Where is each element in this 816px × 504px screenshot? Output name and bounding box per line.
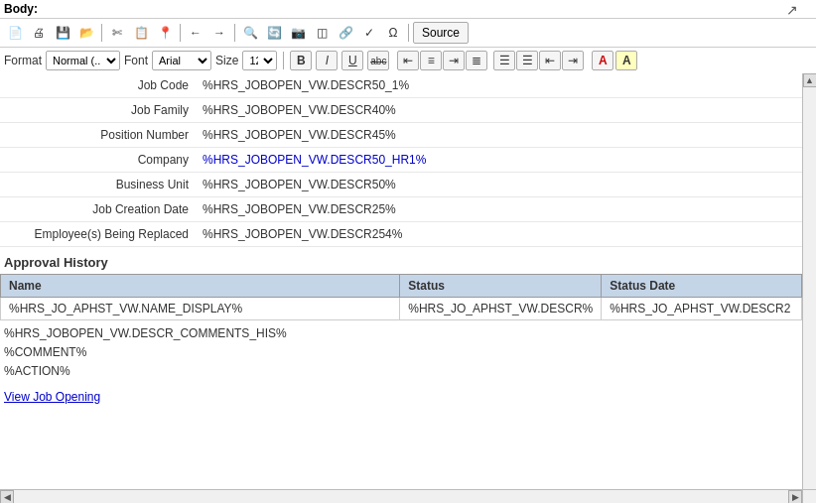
highlight-btn[interactable]: A (615, 51, 637, 70)
sep-fmt (283, 52, 284, 69)
print-btn[interactable]: 🖨 (28, 22, 50, 44)
field-table: Job Code%HRS_JOBOPEN_VW.DESCR50_1%Job Fa… (0, 73, 802, 247)
undo-btn[interactable]: ← (185, 22, 206, 44)
align-group: ⇤ ≡ ⇥ ≣ (397, 51, 487, 70)
scroll-right[interactable]: ▶ (788, 490, 802, 504)
field-label-3: Company (0, 148, 199, 173)
table-btn[interactable]: ◫ (311, 22, 333, 44)
view-job-opening-link[interactable]: View Job Opening (0, 386, 802, 408)
sep3 (234, 24, 235, 42)
field-value-1: %HRS_JOBOPEN_VW.DESCR40% (199, 98, 802, 123)
size-select[interactable]: 12 (242, 51, 277, 70)
list-ul-btn[interactable]: ☰ (493, 51, 515, 70)
field-value-6: %HRS_JOBOPEN_VW.DESCR254% (199, 222, 802, 247)
approval-status-0: %HRS_JO_APHST_VW.DESCR% (400, 298, 602, 320)
field-value-3: %HRS_JOBOPEN_VW.DESCR50_HR1% (199, 148, 802, 173)
field-value-5: %HRS_JOBOPEN_VW.DESCR25% (199, 197, 802, 222)
open-btn[interactable]: 📂 (75, 22, 97, 44)
source-button[interactable]: Source (413, 22, 469, 44)
outdent-btn[interactable]: ⇤ (539, 51, 561, 70)
scroll-up[interactable]: ▲ (803, 73, 817, 87)
list-ol-btn[interactable]: ☰ (516, 51, 538, 70)
field-value-2: %HRS_JOBOPEN_VW.DESCR45% (199, 123, 802, 148)
right-scrollbar: ▲ ▼ (802, 73, 816, 503)
italic-button[interactable]: I (316, 51, 338, 70)
align-justify-btn[interactable]: ≣ (466, 51, 487, 70)
find-btn[interactable]: 🔍 (239, 22, 261, 44)
copy-btn[interactable]: 📋 (130, 22, 152, 44)
field-row-0: Job Code%HRS_JOBOPEN_VW.DESCR50_1% (0, 73, 802, 98)
cut-btn[interactable]: ✄ (106, 22, 128, 44)
field-row-1: Job Family%HRS_JOBOPEN_VW.DESCR40% (0, 98, 802, 123)
col-header-status: Status (400, 275, 602, 298)
scroll-left[interactable]: ◀ (0, 490, 14, 504)
paste-btn[interactable]: 📍 (154, 22, 176, 44)
link-btn[interactable]: 🔗 (335, 22, 356, 44)
field-row-2: Position Number%HRS_JOBOPEN_VW.DESCR45% (0, 123, 802, 148)
align-right-btn[interactable]: ⇥ (443, 51, 465, 70)
sep1 (101, 24, 102, 42)
format-label: Format (4, 54, 42, 67)
bottom-scrollbar: ◀ ▶ (0, 489, 802, 503)
sep4 (408, 24, 409, 42)
field-row-5: Job Creation Date%HRS_JOBOPEN_VW.DESCR25… (0, 197, 802, 222)
field-label-5: Job Creation Date (0, 197, 199, 222)
scroll-track-v (803, 87, 817, 489)
field-row-3: Company%HRS_JOBOPEN_VW.DESCR50_HR1% (0, 148, 802, 173)
extra-line3: %ACTION% (4, 362, 798, 381)
field-value-4: %HRS_JOBOPEN_VW.DESCR50% (199, 173, 802, 197)
toolbar-top: 📄 🖨 💾 📂 ✄ 📋 📍 ← → 🔍 🔄 📷 ◫ 🔗 ✓ Ω Source (0, 19, 816, 48)
img-btn[interactable]: 📷 (287, 22, 309, 44)
size-label: Size (215, 54, 238, 67)
align-center-btn[interactable]: ≡ (420, 51, 442, 70)
top-right-icon[interactable]: ↗ (786, 2, 798, 18)
approval-row-0: %HRS_JO_APHST_VW.NAME_DISPLAY%%HRS_JO_AP… (1, 298, 802, 320)
approval-date-0: %HRS_JO_APHST_VW.DESCR2 (602, 298, 802, 320)
replace-btn[interactable]: 🔄 (263, 22, 285, 44)
scroll-track-h (14, 490, 788, 504)
save-btn[interactable]: 💾 (52, 22, 73, 44)
extra-line2: %COMMENT% (4, 343, 798, 362)
font-label: Font (124, 54, 148, 67)
field-row-6: Employee(s) Being Replaced%HRS_JOBOPEN_V… (0, 222, 802, 247)
col-header-date: Status Date (602, 275, 802, 298)
field-label-0: Job Code (0, 73, 199, 98)
approval-history-title: Approval History (0, 247, 802, 274)
extra-vars: %HRS_JOBOPEN_VW.DESCR_COMMENTS_HIS% %COM… (0, 320, 802, 386)
symbol-btn[interactable]: Ω (382, 22, 404, 44)
color-group: A A (592, 51, 637, 70)
toolbar-format: Format Normal (... Font Arial Size 12 B … (0, 48, 816, 73)
underline-button[interactable]: U (341, 51, 363, 70)
sep2 (180, 24, 181, 42)
spell-btn[interactable]: ✓ (358, 22, 380, 44)
main-window: ↗ Body: 📄 🖨 💾 📂 ✄ 📋 📍 ← → 🔍 🔄 📷 ◫ 🔗 ✓ Ω … (0, 0, 816, 504)
field-label-1: Job Family (0, 98, 199, 123)
list-group: ☰ ☰ ⇤ ⇥ (493, 51, 584, 70)
format-select[interactable]: Normal (... (46, 51, 120, 70)
font-select[interactable]: Arial (152, 51, 211, 70)
bold-button[interactable]: B (290, 51, 312, 70)
redo-btn[interactable]: → (208, 22, 230, 44)
field-value-0: %HRS_JOBOPEN_VW.DESCR50_1% (199, 73, 802, 98)
col-header-name: Name (1, 275, 400, 298)
strikethrough-button[interactable]: abc (367, 51, 389, 70)
body-label: Body: (4, 2, 38, 16)
field-label-2: Position Number (0, 123, 199, 148)
field-label-6: Employee(s) Being Replaced (0, 222, 199, 247)
font-color-btn[interactable]: A (592, 51, 613, 70)
align-left-btn[interactable]: ⇤ (397, 51, 419, 70)
approval-table: Name Status Status Date %HRS_JO_APHST_VW… (0, 274, 802, 320)
new-btn[interactable]: 📄 (4, 22, 26, 44)
extra-line1: %HRS_JOBOPEN_VW.DESCR_COMMENTS_HIS% (4, 324, 798, 343)
field-label-4: Business Unit (0, 173, 199, 197)
field-row-4: Business Unit%HRS_JOBOPEN_VW.DESCR50% (0, 173, 802, 197)
scroll-corner (802, 489, 816, 503)
indent-btn[interactable]: ⇥ (562, 51, 584, 70)
approval-name-0: %HRS_JO_APHST_VW.NAME_DISPLAY% (1, 298, 400, 320)
